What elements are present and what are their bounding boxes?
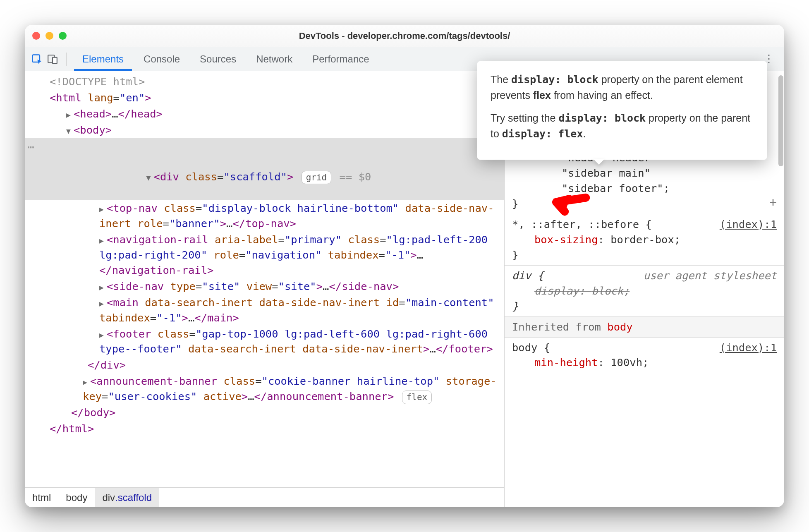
dom-scaffold-selected[interactable]: ⋯ ▼<div class="scaffold"> grid == $0 [25, 138, 504, 200]
rule-source-link[interactable]: (index):1 [720, 340, 777, 355]
flex-badge[interactable]: flex [402, 391, 432, 404]
grid-badge[interactable]: grid [302, 171, 332, 184]
gta-line-2[interactable]: "sidebar main" [512, 165, 777, 181]
style-rule-div-ua[interactable]: user agent stylesheet div { display: blo… [505, 266, 784, 317]
dom-doctype[interactable]: <!DOCTYPE html> [25, 74, 504, 90]
dom-head[interactable]: ▶<head>…</head> [25, 106, 504, 122]
tooltip-code: display: block [558, 112, 646, 124]
tab-performance[interactable]: Performance [304, 48, 377, 71]
dom-tree[interactable]: <!DOCTYPE html> <html lang="en"> ▶<head>… [25, 71, 504, 487]
dom-top-nav[interactable]: ▶<top-nav class="display-block hairline-… [25, 200, 504, 232]
dom-navigation-rail[interactable]: ▶<navigation-rail aria-label="primary" c… [25, 232, 504, 278]
window-title: DevTools - developer.chrome.com/tags/dev… [25, 31, 784, 41]
rule-ua-label: user agent stylesheet [644, 268, 777, 283]
dom-announcement-banner[interactable]: ▶<announcement-banner class="cookie-bann… [25, 373, 504, 405]
dom-main[interactable]: ▶<main data-search-inert data-side-nav-i… [25, 295, 504, 326]
elements-panel: <!DOCTYPE html> <html lang="en"> ▶<head>… [25, 71, 505, 507]
device-toggle-icon[interactable] [46, 53, 59, 65]
dom-html-open[interactable]: <html lang="en"> [25, 90, 504, 106]
inherited-from-element[interactable]: body [607, 321, 632, 333]
dom-side-nav[interactable]: ▶<side-nav type="site" view="site">…</si… [25, 278, 504, 295]
tab-elements[interactable]: Elements [74, 48, 132, 71]
dom-footer[interactable]: ▶<footer class="gap-top-1000 lg:pad-left… [25, 326, 504, 357]
decl-min-height[interactable]: min-height: 100vh; [512, 355, 777, 370]
crumb-div-scaffold[interactable]: div.scaffold [95, 488, 159, 507]
console-ref: == $0 [340, 170, 371, 183]
decl-display-block: display: block; [512, 283, 777, 299]
tooltip-pointer-icon [593, 159, 605, 165]
tab-sources[interactable]: Sources [191, 48, 244, 71]
tab-console[interactable]: Console [135, 48, 188, 71]
style-rule-body[interactable]: (index):1 body { min-height: 100vh; [505, 338, 784, 373]
add-declaration-icon[interactable]: + [769, 193, 777, 211]
tooltip-code: display: flex [502, 128, 583, 140]
tab-network[interactable]: Network [248, 48, 301, 71]
inspect-icon[interactable] [31, 53, 43, 65]
tooltip-code: display: block [511, 74, 598, 86]
crumb-body[interactable]: body [58, 488, 95, 507]
dom-div-close[interactable]: </div> [25, 357, 504, 373]
svg-rect-2 [53, 57, 57, 63]
style-rule-universal[interactable]: (index):1 *, ::after, ::before { box-siz… [505, 214, 784, 266]
breadcrumbs: html body div.scaffold [25, 487, 504, 507]
decl-box-sizing[interactable]: box-sizing: border-box; [512, 232, 777, 247]
tooltip-bold: flex [533, 89, 551, 101]
selected-marker-icon: ⋯ [27, 139, 35, 156]
dom-html-close[interactable]: </html> [25, 421, 504, 437]
tooltip-text: from having an effect. [551, 89, 653, 101]
tabbar-separator [66, 53, 67, 66]
tooltip-text: The [491, 74, 511, 85]
dom-body-open[interactable]: ▼<body> [25, 122, 504, 138]
titlebar: DevTools - developer.chrome.com/tags/dev… [25, 25, 784, 47]
tooltip-text: . [583, 128, 586, 139]
hint-tooltip: The display: block property on the paren… [477, 61, 767, 160]
crumb-html[interactable]: html [25, 488, 58, 507]
devtools-window: DevTools - developer.chrome.com/tags/dev… [25, 25, 784, 507]
inherited-from-header: Inherited from body [505, 317, 784, 338]
inherited-label: Inherited from [512, 321, 607, 333]
tooltip-text: Try setting the [491, 112, 558, 124]
dom-body-close[interactable]: </body> [25, 405, 504, 421]
rule-source-link[interactable]: (index):1 [720, 217, 777, 232]
